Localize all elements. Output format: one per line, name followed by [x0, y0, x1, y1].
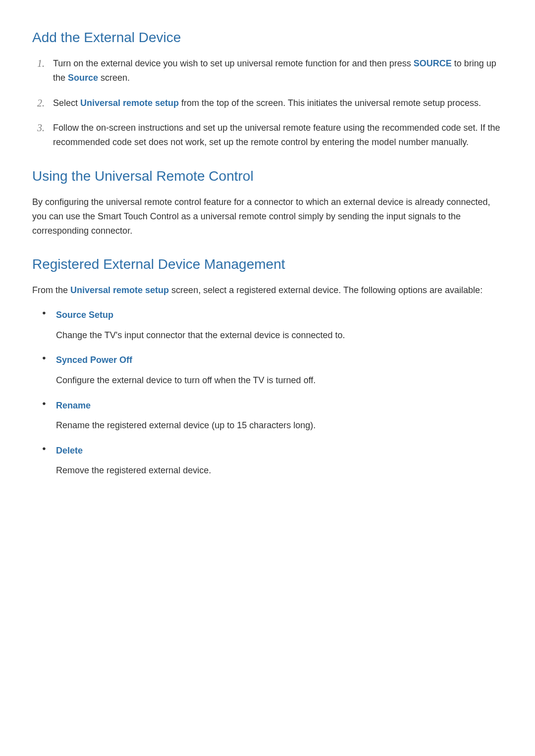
step-item: 1. Turn on the external device you wish …: [37, 56, 503, 85]
option-desc: Configure the external device to turn of…: [56, 373, 503, 388]
highlight-source-button: SOURCE: [414, 58, 452, 68]
step-text: Follow the on-screen instructions and se…: [53, 123, 500, 147]
highlight-universal-remote-setup: Universal remote setup: [70, 285, 169, 295]
paragraph-using-universal-remote: By configuring the universal remote cont…: [32, 195, 503, 238]
option-desc: Rename the registered external device (u…: [56, 418, 503, 433]
step-number: 2.: [37, 95, 45, 111]
step-text: Select Universal remote setup from the t…: [53, 98, 481, 108]
heading-add-external-device: Add the External Device: [32, 30, 503, 46]
option-item: Rename Rename the registered external de…: [42, 398, 503, 433]
step-text: Turn on the external device you wish to …: [53, 58, 496, 83]
option-desc: Change the TV's input connector that the…: [56, 328, 503, 343]
option-item: Delete Remove the registered external de…: [42, 443, 503, 478]
option-item: Source Setup Change the TV's input conne…: [42, 307, 503, 343]
option-desc: Remove the registered external device.: [56, 463, 503, 478]
paragraph-intro: From the Universal remote setup screen, …: [32, 283, 503, 298]
section-add-external-device: Add the External Device 1. Turn on the e…: [32, 30, 503, 150]
step-item: 2. Select Universal remote setup from th…: [37, 96, 503, 110]
section-registered-device-management: Registered External Device Management Fr…: [32, 256, 503, 478]
option-title-source-setup: Source Setup: [56, 307, 503, 323]
section-using-universal-remote: Using the Universal Remote Control By co…: [32, 168, 503, 238]
highlight-universal-remote-setup: Universal remote setup: [80, 98, 179, 108]
highlight-source-screen: Source: [68, 73, 98, 83]
option-title-synced-power-off: Synced Power Off: [56, 353, 503, 368]
option-item: Synced Power Off Configure the external …: [42, 353, 503, 388]
heading-using-universal-remote: Using the Universal Remote Control: [32, 168, 503, 184]
step-item: 3. Follow the on-screen instructions and…: [37, 121, 503, 150]
step-number: 1.: [37, 55, 45, 71]
option-title-delete: Delete: [56, 443, 503, 458]
heading-registered-device-management: Registered External Device Management: [32, 256, 503, 272]
option-title-rename: Rename: [56, 398, 503, 413]
options-list: Source Setup Change the TV's input conne…: [42, 307, 503, 478]
step-number: 3.: [37, 120, 45, 136]
steps-list: 1. Turn on the external device you wish …: [37, 56, 503, 150]
